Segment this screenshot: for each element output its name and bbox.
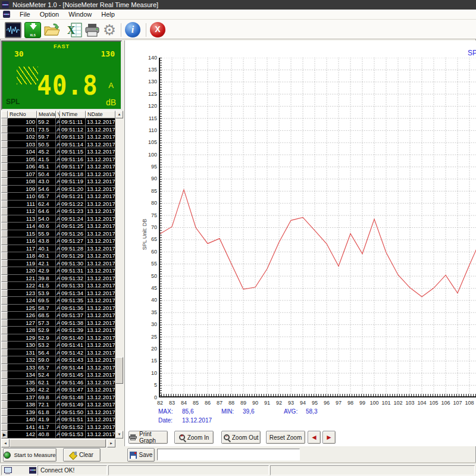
table-row[interactable]: 12353.9A09:51:3413.12.2017 <box>1 290 115 298</box>
table-row[interactable]: 11264.6A09:51:2313.12.2017 <box>1 208 115 215</box>
save-button[interactable]: Save <box>127 448 155 462</box>
table-row[interactable]: 11440.6A09:51:2513.12.2017 <box>1 223 115 230</box>
table-row[interactable]: 11162.4A09:51:2213.12.2017 <box>1 201 115 208</box>
table-row[interactable]: 13365.7A09:51:4413.12.2017 <box>1 364 115 372</box>
row-selector[interactable] <box>1 364 8 372</box>
row-selector[interactable] <box>1 267 8 275</box>
row-selector[interactable] <box>1 148 8 156</box>
table-row[interactable]: 14141.7A09:51:5213.12.2017 <box>1 424 115 431</box>
record-to-xls-icon[interactable]: XLS <box>24 22 41 38</box>
row-selector[interactable] <box>1 356 8 364</box>
scroll-up-icon[interactable]: ▲ <box>115 111 123 118</box>
table-row[interactable]: 11840.1A09:51:2913.12.2017 <box>1 252 115 260</box>
table-row[interactable]: 13053.2A09:51:4113.12.2017 <box>1 342 115 349</box>
zoom-out-button[interactable]: - Zoom Out <box>221 431 261 444</box>
row-selector[interactable] <box>1 186 8 193</box>
row-selector[interactable] <box>1 312 8 320</box>
zoom-in-button[interactable]: + Zoom In <box>174 431 214 444</box>
scroll-down-icon[interactable]: ▼ <box>115 431 123 439</box>
table-row[interactable]: 13769.8A09:51:4813.12.2017 <box>1 394 115 402</box>
table-row[interactable]: 13961.8A09:51:5013.12.2017 <box>1 409 115 416</box>
row-selector[interactable] <box>1 178 8 186</box>
table-row[interactable]: 12757.3A09:51:3813.12.2017 <box>1 320 115 327</box>
mdi-child-icon[interactable] <box>3 11 10 18</box>
row-selector[interactable] <box>1 334 8 342</box>
row-selector[interactable] <box>1 193 8 201</box>
row-selector[interactable] <box>1 201 8 208</box>
table-row[interactable]: 10645.1A09:51:1713.12.2017 <box>1 163 115 171</box>
table-row[interactable]: 13156.4A09:51:4213.12.2017 <box>1 349 115 357</box>
table-row[interactable]: 13872.1A09:51:4913.12.2017 <box>1 401 115 409</box>
row-selector[interactable] <box>1 416 8 424</box>
col-header-ntime[interactable]: NTime <box>60 111 86 118</box>
menu-file[interactable]: File <box>15 10 35 18</box>
table-row[interactable]: 10173.5A09:51:1213.12.2017 <box>1 126 115 134</box>
menu-window[interactable]: Window <box>64 10 96 18</box>
excel-export-icon[interactable]: X <box>66 22 83 38</box>
info-icon[interactable]: i <box>125 22 140 37</box>
row-selector[interactable] <box>1 156 8 164</box>
row-selector[interactable] <box>1 215 8 223</box>
row-selector[interactable] <box>1 424 8 431</box>
vertical-scroll-thumb[interactable] <box>115 357 123 384</box>
printer-icon[interactable] <box>84 22 101 38</box>
clear-button[interactable]: Clear <box>63 448 101 462</box>
menu-help[interactable]: Help <box>96 10 120 18</box>
row-selector[interactable] <box>1 163 8 171</box>
horizontal-scroll-thumb[interactable] <box>10 439 106 447</box>
row-selector[interactable] <box>1 297 8 305</box>
table-row[interactable]: 13642.2A09:51:4713.12.2017 <box>1 386 115 394</box>
row-selector[interactable] <box>1 126 8 134</box>
table-row[interactable]: 10541.5A09:51:1613.12.2017 <box>1 156 115 164</box>
row-selector[interactable] <box>1 118 8 126</box>
filename-input[interactable] <box>157 449 300 461</box>
table-row[interactable]: 13259.0A09:51:4313.12.2017 <box>1 356 115 364</box>
table-row[interactable]: 11555.9A09:51:2613.12.2017 <box>1 230 115 238</box>
table-row[interactable]: ▶14240.8A09:51:5313.12.2017 <box>1 431 115 439</box>
table-row[interactable]: 12668.5A09:51:3713.12.2017 <box>1 312 115 320</box>
table-row[interactable]: 11065.7A09:51:2113.12.2017 <box>1 193 115 201</box>
col-header-recno[interactable]: RecNo <box>8 111 37 118</box>
row-selector[interactable] <box>1 252 8 260</box>
row-selector[interactable] <box>1 282 8 290</box>
row-selector[interactable] <box>1 379 8 387</box>
table-row[interactable]: 14041.9A09:51:5113.12.2017 <box>1 416 115 424</box>
table-row[interactable]: 11740.1A09:51:2813.12.2017 <box>1 245 115 253</box>
row-selector[interactable] <box>1 320 8 327</box>
scroll-left-icon[interactable]: ◄ <box>1 439 10 447</box>
row-selector[interactable] <box>1 133 8 141</box>
scroll-right-icon[interactable]: ► <box>107 439 115 447</box>
open-folder-icon[interactable] <box>43 22 60 38</box>
start-to-measure-button[interactable]: Start to Measure <box>3 448 57 462</box>
row-selector[interactable] <box>1 237 8 245</box>
table-row[interactable]: 10259.7A09:51:1313.12.2017 <box>1 133 115 141</box>
table-row[interactable]: 11942.1A09:51:3013.12.2017 <box>1 260 115 268</box>
row-selector[interactable] <box>1 260 8 268</box>
row-selector[interactable] <box>1 171 8 178</box>
table-row[interactable]: 10445.2A09:51:1513.12.2017 <box>1 148 115 156</box>
col-header-v[interactable]: V <box>56 111 60 118</box>
row-selector[interactable] <box>1 386 8 394</box>
table-row[interactable]: 12469.5A09:51:3513.12.2017 <box>1 297 115 305</box>
col-header-ndate[interactable]: NDate <box>86 111 115 118</box>
waveform-display-icon[interactable] <box>5 22 21 38</box>
table-row[interactable]: 10750.4A09:51:1813.12.2017 <box>1 171 115 178</box>
row-selector[interactable] <box>1 290 8 298</box>
row-selector[interactable] <box>1 230 8 238</box>
row-selector[interactable] <box>1 401 8 409</box>
row-selector[interactable] <box>1 208 8 215</box>
table-row[interactable]: 10059.2A09:51:1113.12.2017 <box>1 118 115 126</box>
close-icon[interactable]: X <box>150 22 165 37</box>
table-row[interactable]: 11354.0A09:51:2413.12.2017 <box>1 215 115 223</box>
table-row[interactable]: 10843.0A09:51:1913.12.2017 <box>1 178 115 186</box>
table-row[interactable]: 12241.5A09:51:3313.12.2017 <box>1 282 115 290</box>
table-row[interactable]: 12042.9A09:51:3113.12.2017 <box>1 267 115 275</box>
table-horizontal-scrollbar[interactable]: ◄ ► <box>1 439 115 447</box>
row-selector[interactable] <box>1 141 8 149</box>
row-selector[interactable] <box>1 275 8 283</box>
row-selector[interactable] <box>1 409 8 416</box>
pan-right-button[interactable]: ► <box>322 431 336 444</box>
table-row[interactable]: 12558.7A09:51:3613.12.2017 <box>1 305 115 312</box>
row-selector[interactable] <box>1 371 8 379</box>
settings-gear-icon[interactable]: ⚙ <box>101 22 118 38</box>
